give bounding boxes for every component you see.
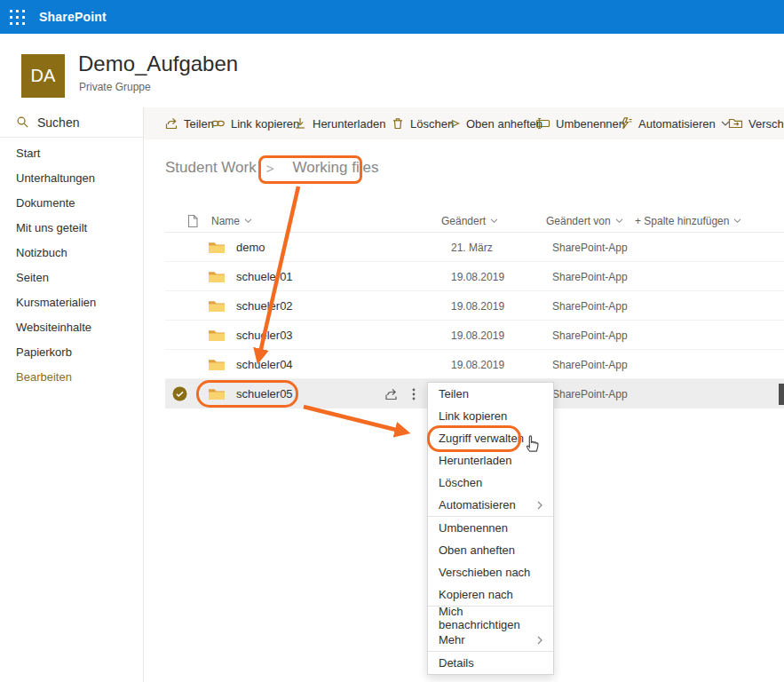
chevron-down-icon (733, 218, 741, 224)
table-row[interactable]: schueler03 19.08.2019 SharePoint-App (165, 321, 784, 350)
toolbar-label: Herunterladen (313, 117, 385, 131)
menu-item-label: Löschen (439, 476, 482, 489)
automate-icon (619, 116, 633, 131)
delete-button[interactable]: Löschen (391, 107, 454, 139)
menu-item-label: Automatisieren (439, 498, 516, 512)
sidebar-item-websiteinhalte[interactable]: Websiteinhalte (0, 314, 143, 339)
file-name[interactable]: schueler02 (236, 291, 293, 321)
app-name[interactable]: SharePoint (39, 10, 107, 24)
modified-date: 19.08.2019 (451, 350, 504, 379)
menu-item-mehr[interactable]: Mehr (428, 629, 553, 651)
sidebar-item-start[interactable]: Start (0, 140, 143, 165)
toolbar-label: Umbenennen (556, 117, 625, 131)
column-label: Geändert von (546, 215, 611, 227)
menu-item-umbenennen[interactable]: Umbenennen (428, 517, 553, 539)
row-share-icon[interactable] (384, 379, 399, 408)
table-row[interactable]: demo 21. März SharePoint-App (165, 233, 784, 262)
sidebar-item-seiten[interactable]: Seiten (0, 265, 143, 289)
modified-by: SharePoint-App (552, 350, 628, 379)
toolbar-label: Teilen (184, 117, 214, 131)
share-button[interactable]: Teilen (164, 107, 214, 139)
folder-icon (208, 350, 226, 379)
column-label: Name (211, 215, 240, 227)
modified-by: SharePoint-App (552, 291, 628, 321)
column-label: Geändert (441, 215, 486, 227)
file-name[interactable]: schueler04 (236, 350, 293, 379)
table-row[interactable]: schueler04 19.08.2019 SharePoint-App (165, 350, 784, 379)
modified-by-column-header[interactable]: Geändert von (546, 209, 623, 233)
table-row[interactable]: schueler02 19.08.2019 SharePoint-App (165, 291, 784, 321)
search-placeholder: Suchen (37, 115, 79, 130)
annotation-box-working-files (258, 155, 362, 184)
nav-label: Kursmaterialien (16, 296, 96, 309)
sidebar-item-kursmaterialien[interactable]: Kursmaterialien (0, 289, 143, 314)
file-name[interactable]: schueler03 (236, 321, 293, 350)
pin-to-top-button[interactable]: Oben anheften (447, 107, 542, 139)
table-row[interactable]: schueler01 19.08.2019 SharePoint-App (165, 262, 784, 291)
menu-item-details[interactable]: Details (428, 652, 553, 674)
trash-icon (391, 116, 405, 131)
chevron-down-icon (490, 218, 498, 224)
file-name[interactable]: schueler01 (236, 262, 293, 291)
site-header: DA Demo_Aufgaben Private Gruppe (0, 34, 784, 107)
move-icon (728, 116, 743, 131)
modified-column-header[interactable]: Geändert (441, 209, 498, 233)
name-column-header[interactable]: Name (211, 209, 252, 233)
menu-item-verschieben-nach[interactable]: Verschieben nach (428, 561, 553, 583)
column-label: + Spalte hinzufügen (635, 215, 729, 227)
menu-item-label: Kopieren nach (439, 588, 513, 601)
menu-item-kopieren-nach[interactable]: Kopieren nach (428, 583, 553, 606)
row-more-actions-icon[interactable] (412, 379, 416, 408)
menu-item-link-kopieren[interactable]: Link kopieren (428, 405, 553, 427)
sidebar-item-mit-uns-geteilt[interactable]: Mit uns geteilt (0, 215, 143, 240)
sidebar-item-dokumente[interactable]: Dokumente (0, 190, 143, 215)
nav-label: Papierkorb (16, 345, 72, 359)
sidebar-item-unterhaltungen[interactable]: Unterhaltungen (0, 165, 143, 190)
scrollbar-thumb[interactable] (779, 384, 784, 405)
automate-button[interactable]: Automatisieren (619, 107, 730, 139)
modified-date: 19.08.2019 (451, 291, 504, 321)
folder-icon (208, 262, 226, 291)
arrow-folder-to-menuitem (304, 407, 407, 432)
site-avatar[interactable]: DA (21, 54, 65, 98)
menu-item-automatisieren[interactable]: Automatisieren (428, 494, 553, 516)
site-title[interactable]: Demo_Aufgaben (78, 52, 238, 76)
search-icon (16, 115, 29, 129)
folder-icon (208, 233, 226, 262)
document-icon (186, 214, 199, 228)
download-button[interactable]: Herunterladen (293, 107, 385, 139)
nav-label: Dokumente (16, 196, 75, 210)
waffle-icon (9, 9, 26, 26)
toolbar-label: Oben anheften (466, 117, 542, 131)
nav-label: Bearbeiten (16, 370, 72, 384)
nav-label: Unterhaltungen (16, 171, 95, 185)
sidebar-item-bearbeiten[interactable]: Bearbeiten (0, 364, 143, 389)
copy-link-button[interactable]: Link kopieren (210, 107, 299, 139)
row-selected-checkbox[interactable] (172, 379, 187, 408)
folder-icon (208, 291, 226, 321)
app-launcher-button[interactable] (0, 0, 34, 34)
nav-label: Seiten (16, 271, 49, 284)
share-icon (164, 116, 178, 131)
nav-label: Mit uns geteilt (16, 221, 87, 234)
menu-item-teilen[interactable]: Teilen (428, 383, 553, 405)
nav-label: Notizbuch (16, 246, 67, 259)
link-icon (210, 116, 226, 131)
move-to-button[interactable]: Verschieben (728, 107, 784, 139)
search-input[interactable]: Suchen (0, 107, 143, 138)
menu-item-mich-benachrichtigen[interactable]: Mich benachrichtigen (428, 607, 553, 629)
file-type-column-header[interactable] (186, 209, 199, 233)
pin-icon (447, 116, 461, 131)
add-column-button[interactable]: + Spalte hinzufügen (635, 209, 741, 233)
breadcrumb-student-work[interactable]: Student Work (165, 159, 257, 177)
menu-item-oben-anheften[interactable]: Oben anheften (428, 539, 553, 561)
sidebar-item-notizbuch[interactable]: Notizbuch (0, 240, 143, 265)
sidebar-item-papierkorb[interactable]: Papierkorb (0, 339, 143, 364)
chevron-down-icon (244, 218, 252, 224)
menu-item-loeschen[interactable]: Löschen (428, 472, 553, 494)
file-name[interactable]: demo (236, 233, 265, 262)
menu-item-label: Oben anheften (439, 543, 515, 557)
toolbar-label: Automatisieren (638, 117, 716, 131)
rename-button[interactable]: Umbenennen (535, 107, 625, 139)
folder-icon (208, 321, 226, 350)
